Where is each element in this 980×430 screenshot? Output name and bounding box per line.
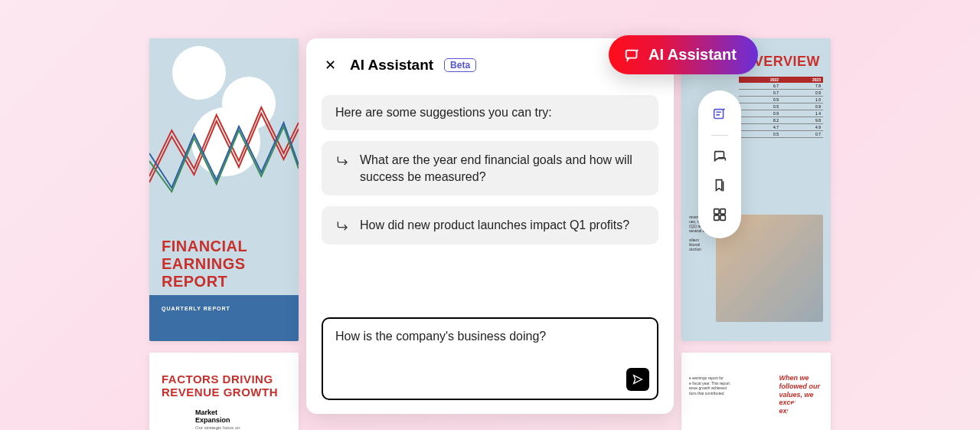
toolbar-ai-icon[interactable] [708,103,731,126]
prompt-input[interactable]: How is the company's business doing? [322,317,658,400]
bg-doc-bottom-left: FACTORS DRIVING REVENUE GROWTH Market Ex… [149,353,299,430]
svg-rect-1 [714,110,724,119]
send-button[interactable] [626,368,649,391]
ai-assistant-panel: ✕ AI Assistant Beta Here are some sugges… [306,38,674,414]
suggestion-1[interactable]: What are the year end financial goals an… [322,141,658,195]
svg-rect-2 [714,209,719,214]
beta-badge: Beta [444,58,476,72]
svg-rect-3 [720,209,725,214]
svg-rect-5 [720,215,725,220]
subhead: Market Expansion [149,404,299,425]
suggestion-text: How did new product launches impact Q1 p… [360,217,645,234]
bg-doc-bottom-right: e earnings report for e fiscal year. Thi… [681,353,831,430]
close-icon[interactable]: ✕ [322,55,339,75]
svg-rect-0 [626,50,637,57]
toolbar-comment-icon[interactable] [708,145,731,168]
ai-assistant-pill-button[interactable]: AI Assistant [609,35,758,74]
mini-table: 20222023 6.77.8 0.70.9 0.91.0 0.50.9 0.9… [739,77,823,138]
chat-sparkle-icon [624,47,641,64]
bg-doc-top-left: FINANCIAL EARNINGS REPORT QUARTERLY REPO… [149,38,299,341]
right-toolbar [698,90,741,238]
suggestion-text: What are the year end financial goals an… [360,152,645,185]
reply-arrow-icon [335,153,351,169]
doc-subtitle: QUARTERLY REPORT [149,295,299,322]
body-text: Our strategic focus on expan [149,425,299,431]
send-icon [632,373,644,386]
intro-bubble: Here are some suggestions you can try: [322,95,658,130]
toolbar-grid-icon[interactable] [708,203,731,226]
panel-title: AI Assistant [350,57,433,74]
doc-title: FINANCIAL EARNINGS REPORT [162,238,247,290]
svg-rect-4 [714,215,719,220]
separator [711,135,728,136]
doc-title: FACTORS DRIVING REVENUE GROWTH [149,353,299,404]
paragraph: e earnings report for e fiscal year. Thi… [689,376,766,396]
suggestion-2[interactable]: How did new product launches impact Q1 p… [322,206,658,245]
toolbar-bookmark-icon[interactable] [708,174,731,197]
pill-label: AI Assistant [648,46,737,64]
prompt-text: How is the company's business doing? [335,330,645,343]
reply-arrow-icon [335,218,351,234]
